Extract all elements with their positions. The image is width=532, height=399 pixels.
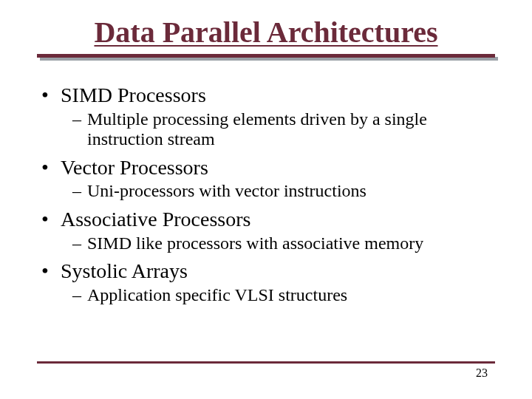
- list-item: • Associative Processors: [41, 206, 495, 232]
- list-sub-item: – SIMD like processors with associative …: [41, 233, 495, 254]
- slide: Data Parallel Architectures • SIMD Proce…: [0, 0, 532, 399]
- bullet-icon: •: [41, 258, 61, 282]
- content-area: • SIMD Processors – Multiple processing …: [37, 82, 495, 305]
- title-divider: [37, 54, 495, 61]
- list-item: • SIMD Processors: [41, 82, 495, 108]
- list-sub-item: – Application specific VLSI structures: [41, 285, 495, 306]
- slide-title: Data Parallel Architectures: [37, 15, 495, 50]
- footer-divider: [37, 361, 495, 364]
- sub-bullet-text: SIMD like processors with associative me…: [87, 233, 423, 254]
- dash-icon: –: [72, 181, 87, 201]
- list-item: • Systolic Arrays: [41, 258, 495, 284]
- bullet-text: Vector Processors: [61, 155, 208, 180]
- bullet-text: Associative Processors: [61, 207, 250, 232]
- sub-bullet-text: Uni-processors with vector instructions: [87, 181, 366, 202]
- dash-icon: –: [72, 285, 87, 305]
- bullet-text: Systolic Arrays: [61, 259, 188, 284]
- dash-icon: –: [72, 109, 87, 129]
- bullet-icon: •: [41, 82, 61, 106]
- list-item: • Vector Processors: [41, 154, 495, 180]
- page-number: 23: [476, 366, 488, 380]
- sub-bullet-text: Application specific VLSI structures: [87, 285, 347, 306]
- sub-bullet-text: Multiple processing elements driven by a…: [87, 109, 495, 150]
- bullet-text: SIMD Processors: [61, 83, 206, 108]
- bullet-icon: •: [41, 206, 61, 230]
- bullet-icon: •: [41, 154, 61, 178]
- dash-icon: –: [72, 233, 87, 253]
- list-sub-item: – Uni-processors with vector instruction…: [41, 181, 495, 202]
- list-sub-item: – Multiple processing elements driven by…: [41, 109, 495, 150]
